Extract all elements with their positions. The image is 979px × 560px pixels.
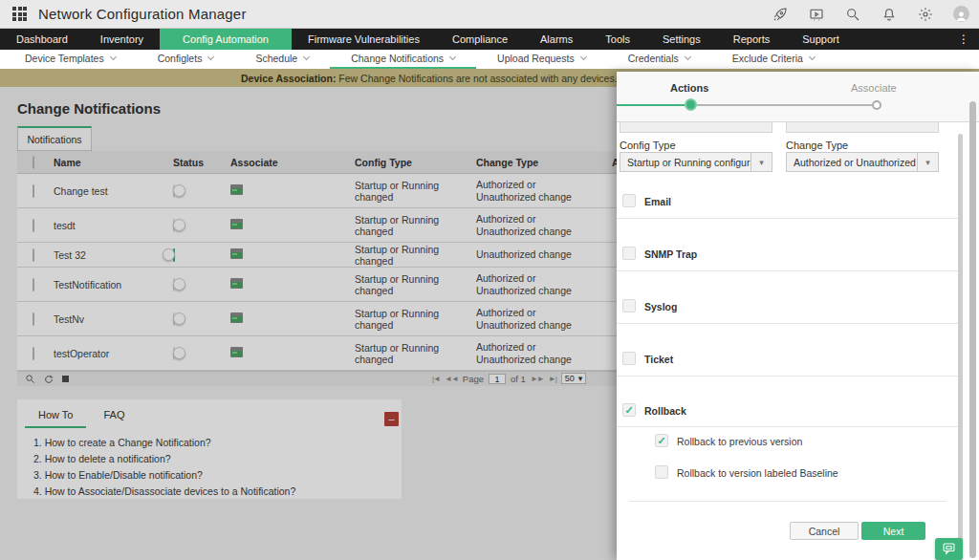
nav-compliance[interactable]: Compliance <box>436 29 524 50</box>
subnav-configlets[interactable]: Configlets <box>137 50 235 69</box>
chevron-down-icon <box>207 54 214 60</box>
subnav-device-templates[interactable]: Device Templates <box>4 50 137 69</box>
config-type-select[interactable]: Startup or Running configuration is c...… <box>620 152 772 172</box>
notification-wizard-panel: Actions Associate Config Type Change Typ… <box>617 72 979 560</box>
demo-video-icon[interactable] <box>808 6 824 22</box>
rollback-baseline-label: Rollback to version labeled Baseline <box>677 467 838 479</box>
chevron-down-icon <box>110 54 117 60</box>
nav-settings[interactable]: Settings <box>646 29 717 50</box>
snmp-trap-label: SNMP Trap <box>644 248 697 260</box>
snmp-trap-checkbox[interactable] <box>622 247 636 260</box>
step-actions-dot[interactable] <box>685 98 697 111</box>
step-associate-label: Associate <box>851 82 897 94</box>
chevron-down-icon: ▾ <box>751 153 772 171</box>
step-actions-label: Actions <box>670 82 708 94</box>
subnav-exclude-criteria[interactable]: Exclude Criteria <box>711 50 836 69</box>
stepper-remaining-line <box>697 104 872 106</box>
chevron-down-icon <box>580 54 587 60</box>
sub-nav: Device Templates Configlets Schedule Cha… <box>0 50 979 69</box>
config-type-label: Config Type <box>620 140 676 151</box>
syslog-label: Syslog <box>644 301 677 312</box>
subnav-schedule[interactable]: Schedule <box>234 50 330 69</box>
chevron-down-icon <box>449 54 456 60</box>
nav-dashboard[interactable]: Dashboard <box>0 29 84 50</box>
rollback-baseline-checkbox[interactable] <box>655 465 668 479</box>
user-avatar[interactable] <box>953 6 969 22</box>
step-associate-dot[interactable] <box>872 100 881 110</box>
rollback-checkbox[interactable] <box>622 403 636 417</box>
chevron-down-icon <box>685 54 691 60</box>
divider <box>617 218 958 219</box>
nav-alarms[interactable]: Alarms <box>524 29 589 50</box>
app-grid-icon[interactable] <box>12 7 27 21</box>
notifications-bell-icon[interactable] <box>881 6 897 22</box>
top-bar: Network Configuration Manager <box>0 0 979 29</box>
chevron-down-icon <box>809 54 816 60</box>
subnav-upload-requests[interactable]: Upload Requests <box>476 50 607 69</box>
scrolled-field-top <box>786 122 939 133</box>
whats-new-rocket-icon[interactable] <box>772 6 788 22</box>
feedback-chat-widget[interactable] <box>935 538 963 560</box>
nav-reports[interactable]: Reports <box>717 29 787 50</box>
cancel-button[interactable]: Cancel <box>790 522 859 540</box>
nav-firmware-vulnerabilities[interactable]: Firmware Vulnerabilities <box>292 29 436 50</box>
nav-support[interactable]: Support <box>786 29 856 50</box>
app-title: Network Configuration Manager <box>38 6 247 22</box>
email-checkbox[interactable] <box>622 194 636 207</box>
divider <box>617 376 958 377</box>
app-root: Network Configuration Manager Dashboar <box>0 0 979 560</box>
divider <box>617 426 958 427</box>
divider <box>617 270 958 271</box>
chevron-down-icon <box>303 54 310 60</box>
email-label: Email <box>644 196 671 207</box>
change-type-label: Change Type <box>786 140 848 151</box>
subnav-change-notifications[interactable]: Change Notifications <box>330 50 476 69</box>
nav-overflow-kebab-icon[interactable]: ⋮ <box>948 29 979 50</box>
next-button[interactable]: Next <box>861 522 925 540</box>
chevron-down-icon: ▾ <box>917 153 938 171</box>
ticket-checkbox[interactable] <box>622 352 636 365</box>
divider <box>617 323 958 324</box>
rollback-label: Rollback <box>644 405 686 417</box>
syslog-checkbox[interactable] <box>622 299 636 312</box>
divider <box>629 501 946 502</box>
nav-inventory[interactable]: Inventory <box>84 29 160 50</box>
change-type-select[interactable]: Authorized or Unauthorized change ▾ <box>786 152 939 172</box>
settings-gear-icon[interactable] <box>917 6 933 22</box>
subnav-credentials[interactable]: Credentials <box>607 50 711 69</box>
search-icon[interactable] <box>844 6 860 22</box>
rollback-previous-version-checkbox[interactable] <box>655 434 668 447</box>
rollback-previous-version-label: Rollback to previous version <box>677 436 802 447</box>
topbar-icon-group <box>772 6 969 22</box>
scrolled-field-top <box>620 122 772 133</box>
page-scrollbar-thumb[interactable] <box>969 101 976 558</box>
main-nav: Dashboard Inventory Config Automation Fi… <box>0 29 979 50</box>
stepper-progress-line <box>617 104 685 106</box>
panel-scrollbar-thumb[interactable] <box>958 134 963 554</box>
ticket-label: Ticket <box>644 354 673 365</box>
nav-config-automation[interactable]: Config Automation <box>160 29 292 50</box>
nav-tools[interactable]: Tools <box>589 29 646 50</box>
wizard-stepper: Actions Associate <box>617 72 979 122</box>
